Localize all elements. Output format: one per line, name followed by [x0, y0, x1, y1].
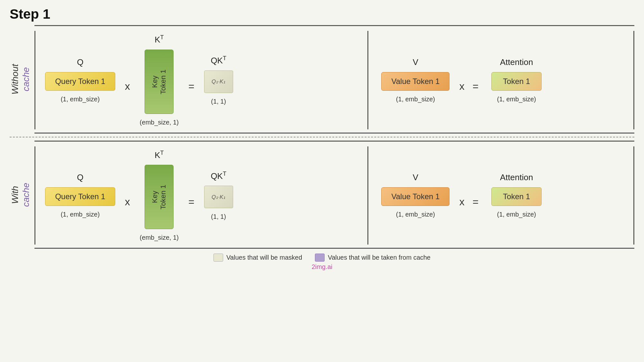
bottom-multiply-op2: x [459, 183, 464, 208]
legend-cache: Values that will be taken from cache [315, 254, 431, 262]
top-qkt-group: QKT Q₁·K₁ (1, 1) [204, 55, 233, 105]
top-v-dim: (1, emb_size) [396, 96, 435, 103]
top-v-group: V Value Token 1 (1, emb_size) [381, 57, 450, 103]
legend-masked: Values that will be masked [213, 254, 302, 262]
top-value-token-box: Value Token 1 [381, 72, 450, 91]
bottom-q-group: Q Query Token 1 (1, emb_size) [45, 172, 115, 218]
top-multiply-op: x [125, 68, 130, 92]
legend-masked-label: Values that will be masked [226, 254, 302, 261]
watermark: 2img.ai [10, 263, 634, 271]
top-equals-op2: = [472, 68, 478, 92]
top-q-group: Q Query Token 1 (1, emb_size) [45, 57, 115, 103]
bottom-attention-group: Attention Token 1 (1, emb_size) [491, 172, 542, 218]
top-attention-dim: (1, emb_size) [497, 96, 536, 103]
top-key-token-box: Key Token 1 [145, 50, 174, 114]
top-qk-dim: (1, 1) [211, 98, 226, 105]
top-equals-op: = [188, 68, 194, 92]
bottom-side-label: With cache [10, 183, 31, 207]
bottom-kt-label: KT [155, 150, 164, 160]
bottom-kt-group: KT Key Token 1 (emb_size, 1) [140, 150, 179, 242]
bottom-section: With cache Q Query Token 1 (1, emb_size)… [10, 141, 634, 249]
bottom-qk-dim: (1, 1) [211, 213, 226, 220]
bottom-q-dim: (1, emb_size) [61, 211, 99, 218]
bottom-value-token-box: Value Token 1 [381, 187, 450, 206]
bottom-qkt-label: QKT [211, 171, 226, 181]
bottom-attention-dim: (1, emb_size) [497, 211, 536, 218]
top-attention-label: Attention [500, 57, 533, 67]
top-qk-result-box: Q₁·K₁ [204, 70, 233, 93]
bottom-multiply-op: x [125, 183, 130, 208]
step-label: Step 1 [10, 6, 634, 22]
top-qkt-label: QKT [211, 55, 226, 66]
top-multiply-op2: x [459, 68, 464, 92]
bottom-left-bracket: Q Query Token 1 (1, emb_size) x KT Key T… [34, 146, 367, 245]
bottom-q-label: Q [77, 172, 83, 182]
top-kt-label: KT [155, 34, 164, 45]
top-right-bracket: V Value Token 1 (1, emb_size) x = Attent… [368, 31, 634, 129]
bottom-attention-label: Attention [500, 172, 533, 182]
top-q-label: Q [77, 57, 83, 67]
legend-cache-label: Values that will be taken from cache [328, 254, 431, 261]
top-query-token-box: Query Token 1 [45, 72, 115, 91]
bottom-attention-box: Token 1 [491, 187, 542, 206]
bottom-equals-op2: = [472, 183, 478, 208]
top-section: Without cache Q Query Token 1 (1, emb_si… [10, 25, 634, 134]
bottom-v-label: V [413, 172, 418, 182]
top-q-dim: (1, emb_size) [61, 96, 99, 103]
bottom-qkt-group: QKT Q₁·K₁ (1, 1) [204, 171, 233, 221]
top-side-label: Without cache [10, 64, 31, 95]
section-divider [10, 137, 634, 137]
bottom-k-dim: (emb_size, 1) [140, 234, 179, 241]
legend-masked-box [213, 254, 223, 262]
legend: Values that will be masked Values that w… [10, 254, 634, 262]
bottom-equals-op: = [188, 183, 194, 208]
top-attention-group: Attention Token 1 (1, emb_size) [491, 57, 542, 103]
bottom-v-group: V Value Token 1 (1, emb_size) [381, 172, 450, 218]
top-kt-group: KT Key Token 1 (emb_size, 1) [140, 34, 179, 126]
page: Step 1 Without cache Q Query Token 1 (1,… [0, 0, 644, 362]
top-k-dim: (emb_size, 1) [140, 119, 179, 126]
top-v-label: V [413, 57, 418, 67]
bottom-v-dim: (1, emb_size) [396, 211, 435, 218]
legend-cache-box [315, 254, 325, 262]
bottom-key-token-box: Key Token 1 [145, 165, 174, 229]
bottom-right-bracket: V Value Token 1 (1, emb_size) x = Attent… [368, 146, 634, 245]
top-left-bracket: Q Query Token 1 (1, emb_size) x KT Key T… [34, 31, 367, 129]
bottom-qk-result-box: Q₁·K₁ [204, 186, 233, 208]
bottom-query-token-box: Query Token 1 [45, 187, 115, 206]
top-attention-box: Token 1 [491, 72, 542, 91]
